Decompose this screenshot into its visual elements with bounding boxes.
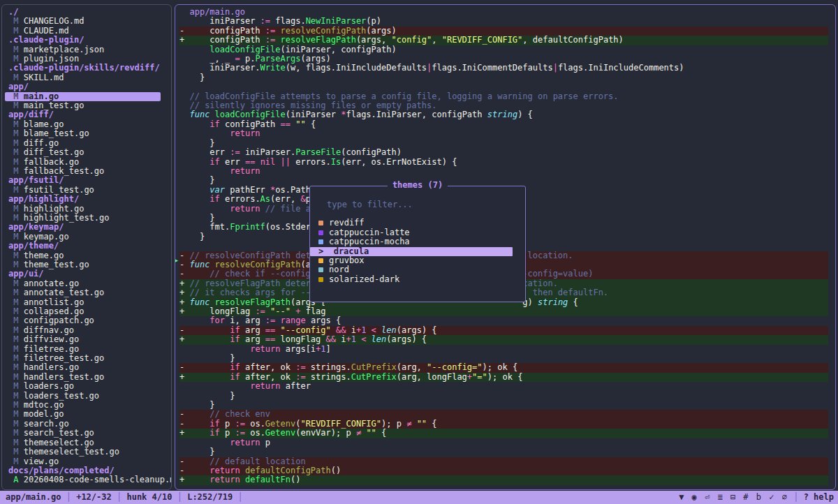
tree-file-row[interactable]: M diff_test.go bbox=[5, 148, 161, 157]
theme-option-nord[interactable]: nord bbox=[310, 265, 525, 274]
file-status-marker: M bbox=[8, 362, 24, 372]
file-status-marker: M bbox=[8, 438, 24, 447]
diff-line: iniParser := flags.NewIniParser(p) bbox=[179, 17, 828, 26]
tree-file-row[interactable]: M theme.go bbox=[5, 251, 161, 260]
tree-file-row[interactable]: M CHANGELOG.md bbox=[5, 17, 161, 26]
tree-dir-row[interactable]: app/ui/ bbox=[5, 269, 161, 279]
theme-color-swatch-icon bbox=[318, 258, 323, 263]
tree-file-row[interactable]: M theme_test.go bbox=[5, 260, 161, 269]
tree-dir-row[interactable]: ./ bbox=[5, 8, 161, 17]
diff-line: } bbox=[179, 447, 828, 457]
diff-line-marker bbox=[179, 344, 189, 354]
theme-option-revdiff[interactable]: revdiff bbox=[310, 218, 525, 228]
file-status-marker: M bbox=[8, 428, 24, 438]
tree-dir-row[interactable]: docs/plans/completed/ bbox=[5, 466, 161, 475]
status-separator: │ bbox=[788, 492, 804, 502]
tree-dir-row[interactable]: app/highlight/ bbox=[5, 195, 161, 204]
tree-file-row[interactable]: M CLAUDE.md bbox=[5, 27, 161, 36]
file-status-marker: M bbox=[8, 288, 24, 297]
tree-file-row[interactable]: M view.go bbox=[5, 457, 161, 466]
tree-file-row[interactable]: M diff.go bbox=[5, 139, 161, 148]
theme-option-catppuccin-mocha[interactable]: catppuccin-mocha bbox=[310, 237, 525, 246]
tree-file-row[interactable]: M highlight.go bbox=[5, 205, 161, 214]
status-hunk: hunk 4/10 bbox=[126, 492, 172, 502]
diff-line-marker: + bbox=[179, 372, 189, 382]
tree-file-row[interactable]: M filetree_test.go bbox=[5, 354, 161, 363]
file-status-marker: M bbox=[8, 372, 24, 382]
tree-dir-row[interactable]: .claude-plugin/skills/revdiff/ bbox=[5, 64, 161, 73]
tree-file-row[interactable]: M plugin.json bbox=[5, 54, 161, 64]
tree-file-row[interactable]: M highlight_test.go bbox=[5, 214, 161, 223]
tree-file-row[interactable]: M model.go bbox=[5, 410, 161, 419]
tree-dir-row[interactable]: .claude-plugin/ bbox=[5, 36, 161, 45]
tree-dir-row[interactable]: app/theme/ bbox=[5, 242, 161, 251]
tree-file-row[interactable]: M fsutil_test.go bbox=[5, 186, 161, 195]
tree-dir-row[interactable]: app/fsutil/ bbox=[5, 176, 161, 185]
diff-line-marker bbox=[179, 194, 189, 204]
help-button[interactable]: ? help bbox=[804, 492, 834, 502]
theme-option-catppuccin-latte[interactable]: catppuccin-latte bbox=[310, 228, 525, 237]
tree-file-row[interactable]: M blame.go bbox=[5, 120, 161, 129]
file-name: CLAUDE.md bbox=[24, 26, 69, 36]
diff-line: return p bbox=[179, 438, 828, 447]
file-name: collapsed.go bbox=[24, 306, 84, 316]
tree-file-row[interactable]: M keymap.go bbox=[5, 232, 161, 242]
diff-line: - if p := os.Getenv("REVDIFF_CONFIG"); p… bbox=[179, 420, 828, 429]
tree-file-row[interactable]: M main.go bbox=[5, 92, 161, 101]
diff-line-marker bbox=[179, 166, 189, 176]
tree-file-row[interactable]: M themeselect.go bbox=[5, 438, 161, 447]
file-status-marker: M bbox=[8, 26, 24, 36]
diff-line: + longFlag := "--" + flag bbox=[179, 307, 828, 316]
tree-file-row[interactable]: M diffnav.go bbox=[5, 326, 161, 335]
tree-file-row[interactable]: M search.go bbox=[5, 420, 161, 429]
status-separator: │ bbox=[61, 492, 76, 502]
tree-file-row[interactable]: M loaders.go bbox=[5, 382, 161, 391]
tree-file-row[interactable]: M SKILL.md bbox=[5, 73, 161, 82]
file-name: loaders_test.go bbox=[24, 391, 99, 401]
tree-file-row[interactable]: M mdtoc.go bbox=[5, 401, 161, 410]
diff-line-marker bbox=[179, 438, 189, 447]
diff-line: + configPath := resolveFlagPath(args, "c… bbox=[179, 36, 828, 45]
theme-filter-input[interactable]: type to filter... bbox=[310, 200, 525, 209]
theme-color-swatch-icon bbox=[318, 277, 323, 282]
tree-file-row[interactable]: M annotate_test.go bbox=[5, 288, 161, 297]
tree-file-row[interactable]: M collapsed.go bbox=[5, 307, 161, 316]
tree-file-row[interactable]: A 20260408-code-smells-cleanup.md bbox=[5, 475, 161, 484]
tree-file-row[interactable]: M diffview.go bbox=[5, 335, 161, 344]
file-name: annotate.go bbox=[24, 279, 79, 288]
tree-file-row[interactable]: M marketplace.json bbox=[5, 45, 161, 54]
file-status-marker: M bbox=[8, 54, 24, 64]
diff-line: _, _ = p.ParseArgs(args) bbox=[179, 54, 828, 64]
tree-dir-row[interactable]: app/ bbox=[5, 82, 161, 91]
tree-file-row[interactable]: M themeselect_test.go bbox=[5, 447, 161, 457]
tree-file-row[interactable]: M fallback_test.go bbox=[5, 167, 161, 176]
theme-option-dracula[interactable]: > dracula bbox=[310, 247, 513, 256]
tree-file-row[interactable]: M filetree.go bbox=[5, 345, 161, 354]
tree-file-row[interactable]: M handlers.go bbox=[5, 363, 161, 372]
status-line-position: L:252/719 bbox=[187, 492, 233, 502]
tree-dir-row[interactable]: app/diff/ bbox=[5, 110, 161, 119]
diff-line: } bbox=[179, 139, 828, 148]
tree-file-row[interactable]: M fallback.go bbox=[5, 158, 161, 167]
file-status-marker: M bbox=[8, 334, 24, 344]
tree-dir-row[interactable]: app/keymap/ bbox=[5, 223, 161, 232]
tree-file-row[interactable]: M configpatch.go bbox=[5, 316, 161, 325]
file-status-marker: M bbox=[8, 119, 24, 129]
theme-option-gruvbox[interactable]: gruvbox bbox=[310, 256, 525, 265]
diff-line-marker bbox=[179, 447, 189, 457]
diff-line: } bbox=[179, 392, 828, 401]
file-name: view.go bbox=[24, 457, 59, 466]
file-name: annotate_test.go bbox=[24, 288, 105, 297]
tree-file-row[interactable]: M handlers_test.go bbox=[5, 373, 161, 382]
tree-file-row[interactable]: M annotlist.go bbox=[5, 298, 161, 307]
file-name: SKILL.md bbox=[24, 73, 64, 82]
theme-option-solarized-dark[interactable]: solarized-dark bbox=[310, 275, 525, 284]
tree-file-row[interactable]: M search_test.go bbox=[5, 429, 161, 438]
tree-file-row[interactable]: M main_test.go bbox=[5, 101, 161, 110]
tree-file-row[interactable]: M blame_test.go bbox=[5, 129, 161, 138]
file-name: diff_test.go bbox=[24, 147, 84, 157]
diff-line-marker: - bbox=[179, 251, 189, 260]
tree-file-row[interactable]: M annotate.go bbox=[5, 279, 161, 288]
file-status-marker: M bbox=[8, 260, 24, 269]
tree-file-row[interactable]: M loaders_test.go bbox=[5, 392, 161, 401]
